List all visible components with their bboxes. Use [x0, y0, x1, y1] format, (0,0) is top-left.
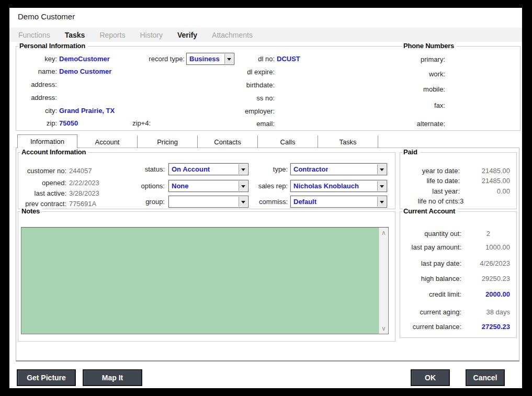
menu-history[interactable]: History — [140, 31, 163, 39]
account-information-title: Account Information — [20, 148, 88, 156]
alternate-phone-label: alternate: — [373, 120, 445, 128]
mobile-phone-label: mobile: — [373, 85, 445, 93]
tab-contacts[interactable]: Contacts — [198, 135, 258, 148]
chevron-down-icon[interactable] — [377, 181, 386, 191]
life-no-of-cnts-label: life no of cnts: — [411, 197, 460, 205]
last-active-label: last active: — [21, 189, 66, 197]
last-pay-amount-label: last pay amount: — [405, 243, 461, 251]
paid-title: Paid — [402, 148, 420, 156]
commiss-dropdown[interactable]: Default — [290, 196, 387, 208]
sales-rep-label: sales rep: — [238, 182, 288, 190]
chevron-down-icon[interactable] — [377, 164, 386, 174]
life-no-of-cnts-value: 3 — [460, 197, 463, 205]
last-active-value: 3/28/2023 — [69, 189, 99, 197]
high-balance-value: 29250.23 — [461, 275, 510, 282]
notes-title: Notes — [20, 207, 42, 215]
menu-bar: Functions Tasks Reports History Verify A… — [9, 28, 522, 42]
ss-no-label: ss no: — [199, 94, 275, 102]
year-to-date-value: 21485.00 — [463, 167, 510, 175]
phone-numbers-title: Phone Numbers — [402, 42, 457, 50]
type-dropdown[interactable]: Contractor — [290, 163, 387, 175]
window-title: Demo Customer — [18, 12, 75, 21]
year-to-date-label: year to date: — [411, 167, 460, 175]
last-pay-amount-value: 1000.00 — [461, 243, 510, 251]
primary-phone-label: primary: — [373, 55, 445, 63]
tab-pricing[interactable]: Pricing — [138, 135, 198, 148]
notes-group: Notes ∧ ∨ — [18, 211, 395, 342]
menu-tasks[interactable]: Tasks — [65, 31, 85, 39]
notes-scrollbar[interactable]: ∧ ∨ — [379, 228, 388, 334]
chevron-down-icon[interactable] — [377, 197, 386, 207]
menu-attachments[interactable]: Attachments — [212, 31, 253, 39]
personal-information-title: Personal Information — [18, 42, 88, 50]
ok-button[interactable]: OK — [411, 369, 450, 386]
information-tab-panel: Account Information customer no: 244057 … — [16, 148, 519, 361]
high-balance-label: high balance: — [405, 275, 461, 282]
menu-verify[interactable]: Verify — [177, 31, 197, 39]
credit-limit-value: 2000.00 — [461, 290, 510, 298]
current-aging-label: current aging: — [405, 308, 461, 316]
paid-group: Paid year to date: 21485.00 life to date… — [400, 152, 517, 209]
customer-window: Demo Customer Functions Tasks Reports Hi… — [9, 8, 522, 388]
current-account-group: Current Account quantity out: 2 last pay… — [400, 211, 517, 338]
quantity-out-value: 2 — [461, 230, 510, 237]
map-it-button[interactable]: Map It — [83, 369, 142, 386]
tab-strip: Information Account Pricing Contacts Cal… — [17, 134, 378, 148]
last-year-value: 0.00 — [463, 187, 510, 195]
last-pay-date-value: 4/26/2023 — [461, 259, 510, 267]
cancel-button[interactable]: Cancel — [466, 369, 505, 386]
tab-tasks[interactable]: Tasks — [318, 135, 378, 148]
notes-textarea[interactable]: ∧ ∨ — [21, 227, 389, 334]
work-phone-label: work: — [373, 70, 445, 78]
screen: { "window": { "title": "Demo Customer" }… — [0, 0, 532, 396]
current-balance-value: 27250.23 — [461, 323, 510, 331]
sales-rep-value: Nicholas Knoblauch — [293, 182, 359, 190]
personal-information-group: Personal Information Phone Numbers key: … — [16, 46, 520, 131]
current-account-title: Current Account — [402, 207, 458, 215]
tab-calls[interactable]: Calls — [258, 135, 318, 148]
last-year-label: last year: — [411, 187, 460, 195]
fax-label: fax: — [373, 101, 445, 109]
account-information-group: Account Information customer no: 244057 … — [18, 152, 395, 209]
life-to-date-label: life to date: — [411, 177, 460, 185]
commiss-value: Default — [293, 198, 316, 206]
tab-information[interactable]: Information — [17, 134, 77, 148]
menu-reports[interactable]: Reports — [99, 31, 125, 39]
type-value: Contractor — [293, 165, 328, 173]
commiss-label: commiss: — [238, 198, 288, 206]
scroll-down-icon[interactable]: ∨ — [379, 325, 388, 332]
credit-limit-label: credit limit: — [405, 290, 461, 298]
get-picture-button[interactable]: Get Picture — [17, 369, 76, 386]
last-pay-date-label: last pay date: — [405, 259, 461, 267]
sales-rep-dropdown[interactable]: Nicholas Knoblauch — [290, 180, 387, 192]
current-balance-label: current balance: — [405, 323, 461, 331]
current-aging-value: 38 days — [461, 308, 510, 316]
scroll-up-icon[interactable]: ∧ — [379, 229, 388, 236]
tab-account[interactable]: Account — [77, 135, 138, 148]
life-to-date-value: 21485.00 — [463, 177, 510, 185]
menu-functions[interactable]: Functions — [18, 31, 50, 39]
type-label: type: — [238, 165, 288, 173]
quantity-out-label: quantity out: — [405, 230, 461, 237]
